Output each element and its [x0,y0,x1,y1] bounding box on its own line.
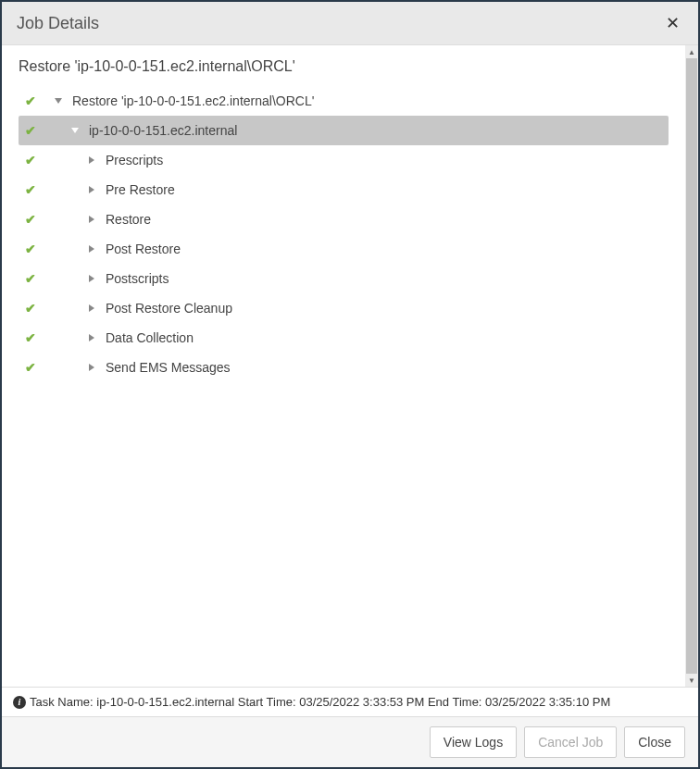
chevron-right-icon[interactable] [85,275,98,282]
status-success-icon: ✔ [19,123,43,138]
check-icon: ✔ [25,153,36,167]
chevron-down-icon[interactable] [69,128,81,133]
scroll-up-arrow-icon[interactable]: ▲ [685,45,698,58]
check-icon: ✔ [25,301,36,316]
status-success-icon: ✔ [19,271,43,286]
tree-row[interactable]: ✔Data Collection [19,323,669,353]
view-logs-button[interactable]: View Logs [430,726,517,758]
check-icon: ✔ [25,93,36,108]
check-icon: ✔ [25,242,36,256]
dialog-footer: View Logs Cancel Job Close [2,716,698,767]
scroll-thumb[interactable] [686,58,697,674]
tree-row[interactable]: ✔Post Restore Cleanup [19,293,669,323]
check-icon: ✔ [25,123,36,138]
status-success-icon: ✔ [19,301,43,316]
tree-row[interactable]: ✔Post Restore [19,234,669,264]
job-details-dialog: Job Details ✕ Restore 'ip-10-0-0-151.ec2… [2,2,698,767]
tree-node-label: Post Restore Cleanup [104,301,232,316]
tree-row[interactable]: ✔Restore [19,205,669,234]
close-icon-button[interactable]: ✕ [662,13,683,33]
chevron-right-icon[interactable] [85,216,98,223]
tree-row[interactable]: ✔Restore 'ip-10-0-0-151.ec2.internal\ORC… [19,86,669,116]
tree-row[interactable]: ✔Send EMS Messages [19,353,669,382]
status-success-icon: ✔ [19,212,43,227]
chevron-right-icon[interactable] [85,304,98,312]
tree-node-label: Postscripts [104,271,169,286]
tree-row[interactable]: ✔Postscripts [19,264,669,293]
close-icon: ✕ [666,14,680,32]
tree-node-label: Prescripts [104,153,163,167]
job-subtitle: Restore 'ip-10-0-0-151.ec2.internal\ORCL… [2,45,685,86]
chevron-down-icon[interactable] [52,98,65,104]
dialog-body: Restore 'ip-10-0-0-151.ec2.internal\ORCL… [2,45,698,716]
tree-node-label: Pre Restore [104,182,175,197]
tree-row[interactable]: ✔ip-10-0-0-151.ec2.internal [19,116,669,145]
chevron-right-icon[interactable] [85,156,98,164]
check-icon: ✔ [25,212,36,227]
close-button[interactable]: Close [624,726,685,758]
tree-row[interactable]: ✔Prescripts [19,145,669,175]
tree-node-label: Restore [104,212,151,227]
status-success-icon: ✔ [19,182,43,197]
check-icon: ✔ [25,182,36,197]
tree-row[interactable]: ✔Pre Restore [19,175,669,205]
scroll-down-arrow-icon[interactable]: ▼ [685,674,698,687]
tree-node-label: ip-10-0-0-151.ec2.internal [87,123,237,138]
job-tree: ✔Restore 'ip-10-0-0-151.ec2.internal\ORC… [2,86,685,382]
info-icon: i [13,696,26,709]
cancel-job-button: Cancel Job [524,726,617,758]
status-text: Task Name: ip-10-0-0-151.ec2.internal St… [30,695,610,709]
chevron-right-icon[interactable] [85,245,98,253]
status-success-icon: ✔ [19,330,43,345]
tree-node-label: Data Collection [104,330,194,345]
dialog-header: Job Details ✕ [2,2,698,45]
status-success-icon: ✔ [19,242,43,256]
check-icon: ✔ [25,360,36,375]
chevron-right-icon[interactable] [85,334,98,341]
tree-node-label: Send EMS Messages [104,360,231,375]
status-bar: i Task Name: ip-10-0-0-151.ec2.internal … [2,687,698,716]
status-success-icon: ✔ [19,360,43,375]
check-icon: ✔ [25,330,36,345]
status-success-icon: ✔ [19,93,43,108]
dialog-title: Job Details [17,14,99,33]
tree-node-label: Restore 'ip-10-0-0-151.ec2.internal\ORCL… [70,93,314,108]
vertical-scrollbar[interactable]: ▲ ▼ [685,45,698,687]
chevron-right-icon[interactable] [85,186,98,193]
status-success-icon: ✔ [19,153,43,167]
tree-node-label: Post Restore [104,242,181,256]
chevron-right-icon[interactable] [85,364,98,371]
check-icon: ✔ [25,271,36,286]
